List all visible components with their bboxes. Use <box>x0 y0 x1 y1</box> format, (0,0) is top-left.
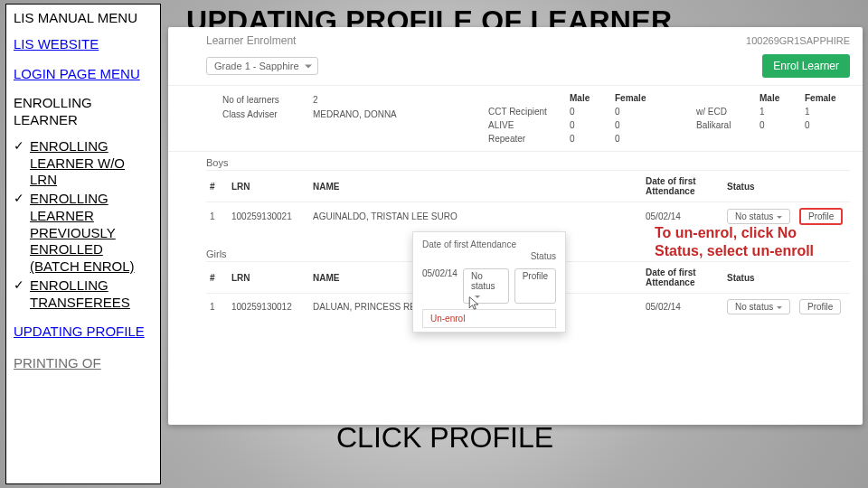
summary-value: MEDRANO, DONNA <box>313 108 488 122</box>
sidebar-heading-manual-menu: LIS MANUAL MENU <box>14 10 153 27</box>
summary-left: No of learners2 Class AdviserMEDRANO, DO… <box>222 93 488 144</box>
cell <box>660 107 696 117</box>
cell: 0 <box>615 120 660 130</box>
boys-table: # LRN NAME Date of first Attendance Stat… <box>206 170 850 230</box>
col-hdr: Female <box>805 93 850 103</box>
col-hdr <box>696 93 760 103</box>
sidebar-item-enrol-no-lrn[interactable]: ✓ ENROLLING LEARNER W/O LRN <box>14 138 153 189</box>
th: NAME <box>309 171 642 202</box>
status-dropdown[interactable]: No status <box>727 209 790 224</box>
cell: 05/02/14 <box>642 294 723 321</box>
sidebar-link-login-page[interactable]: LOGIN PAGE MENU <box>14 66 153 83</box>
th <box>796 262 850 294</box>
cell: CCT Recipient <box>488 107 570 117</box>
col-hdr: Male <box>570 93 615 103</box>
class-select[interactable]: Grade 1 - Sapphire <box>206 57 318 75</box>
cell: Repeater <box>488 134 570 144</box>
summary-block: No of learners2 Class AdviserMEDRANO, DO… <box>168 86 863 152</box>
cell: 0 <box>805 120 850 130</box>
popup-menu-item-unenrol[interactable]: Un-enrol <box>422 309 556 328</box>
cell: 100259130012 <box>228 294 309 321</box>
th: Status <box>723 262 796 294</box>
sidebar-item-enrol-transferees[interactable]: ✓ ENROLLING TRANSFEREES <box>14 277 153 312</box>
cell: AGUINALDO, TRISTAN LEE SURO <box>309 202 642 231</box>
sidebar-item-label: ENROLLING TRANSFEREES <box>30 277 130 310</box>
sidebar-sublist: ✓ ENROLLING LEARNER W/O LRN ✓ ENROLLING … <box>14 138 153 312</box>
popup-profile-button[interactable]: Profile <box>514 268 556 304</box>
profile-button[interactable]: Profile <box>799 208 843 225</box>
check-icon: ✓ <box>14 138 24 155</box>
cell: 0 <box>570 120 615 130</box>
th: LRN <box>228 171 309 202</box>
cell: 0 <box>570 107 615 117</box>
th: Date of first Attendance <box>642 171 723 202</box>
popup-label-status: Status <box>531 251 556 261</box>
sidebar-item-label: ENROLLING LEARNER PREVIOUSLY ENROLLED (B… <box>30 191 135 274</box>
cell: Balikaral <box>696 120 760 130</box>
cell <box>805 134 850 144</box>
status-dropdown[interactable]: No status <box>727 299 790 314</box>
cell <box>660 120 696 130</box>
th <box>796 171 850 202</box>
cell: 0 <box>615 134 660 144</box>
sidebar-link-printing[interactable]: PRINTING OF <box>14 355 153 372</box>
sidebar-item-enrol-prev[interactable]: ✓ ENROLLING LEARNER PREVIOUSLY ENROLLED … <box>14 191 153 276</box>
cell: 0 <box>760 120 805 130</box>
cell <box>696 134 760 144</box>
summary-label: No of learners <box>222 93 313 108</box>
cell: 1 <box>206 202 228 231</box>
th: # <box>206 262 228 294</box>
user-code: 100269GR1SAPPHIRE <box>746 35 850 46</box>
col-hdr <box>488 93 570 103</box>
th: # <box>206 171 228 202</box>
cell: ALIVE <box>488 120 570 130</box>
annotation-callout: To un-enrol, click No Status, select un-… <box>655 224 844 260</box>
th: Date of first Attendance <box>642 262 723 294</box>
col-hdr: Male <box>760 93 805 103</box>
status-popup: Date of first Attendance . Status 05/02/… <box>412 231 566 333</box>
sidebar-link-website[interactable]: LIS WEBSITE <box>14 36 153 53</box>
cursor-icon <box>468 296 481 313</box>
cell: 0 <box>570 134 615 144</box>
class-selector-row: Grade 1 - Sapphire Enrol Learner <box>168 51 863 86</box>
cell <box>660 134 696 144</box>
profile-button[interactable]: Profile <box>799 299 841 314</box>
col-hdr <box>660 93 696 103</box>
th: LRN <box>228 262 309 294</box>
summary-table: Male Female Male Female CCT Recipient 0 … <box>488 93 850 144</box>
cell <box>760 134 805 144</box>
popup-date-value: 05/02/14 <box>422 268 458 304</box>
col-hdr: Female <box>615 93 660 103</box>
sidebar-menu: LIS MANUAL MENU LIS WEBSITE LOGIN PAGE M… <box>5 4 161 484</box>
cell: 100259130021 <box>228 202 309 231</box>
click-profile-label: CLICK PROFILE <box>336 423 553 454</box>
check-icon: ✓ <box>14 277 24 294</box>
sidebar-item-label: ENROLLING LEARNER W/O LRN <box>30 138 125 188</box>
popup-label-date: Date of first Attendance <box>422 239 556 249</box>
cell: 1 <box>805 107 850 117</box>
cell: 1 <box>760 107 805 117</box>
sidebar-link-updating-profile[interactable]: UPDATING PROFILE <box>14 324 153 341</box>
summary-value: 2 <box>313 93 488 108</box>
check-icon: ✓ <box>14 191 24 207</box>
cell: w/ ECD <box>696 107 760 117</box>
breadcrumb: Learner Enrolment <box>206 34 296 47</box>
boys-section-title: Boys <box>168 152 863 170</box>
sidebar-heading-enrolling: ENROLLING LEARNER <box>14 95 153 129</box>
cell: 1 <box>206 294 228 321</box>
cell: 0 <box>615 107 660 117</box>
enrol-learner-button[interactable]: Enrol Learner <box>762 54 850 78</box>
summary-label: Class Adviser <box>222 108 313 122</box>
th: Status <box>723 171 796 202</box>
screenshot-header: Learner Enrolment 100269GR1SAPPHIRE <box>168 27 863 51</box>
